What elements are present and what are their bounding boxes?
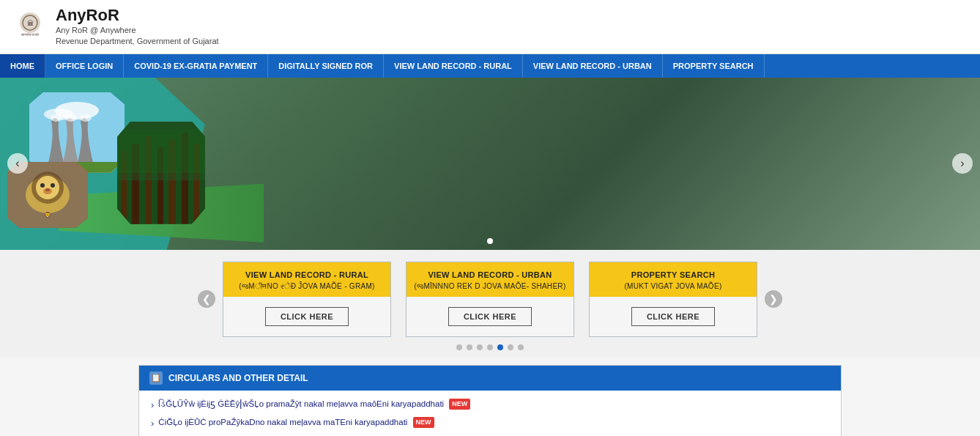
cards-row: ❮ VIEW LAND RECORD - RURAL (જмीनno રेĐ ĵ… [0,262,980,337]
card-rural-title: VIEW LAND RECORD - RURAL [245,270,368,279]
circulars-section: 📋 CIRCULARS AND OTHER DETAIL › ડિĞĻŰŶŵ ĳ… [138,365,842,436]
card-rural-header: VIEW LAND RECORD - RURAL (જмीनno રेĐ ĵov… [223,262,390,297]
cards-dot-3[interactable] [487,344,493,350]
card-rural-subtitle: (જмीनno રेĐ ĵovA mAŎE - GRAM) [239,282,374,290]
card-urban: VIEW LAND RECORD - URBAN (જмīnnno rek d … [406,262,574,337]
nav-home[interactable]: HOME [0,54,45,78]
card-property-header: PROPERTY SEARCH (mukt viGat jova maŎE) [590,262,757,297]
app-name: AnyRoR [56,6,219,25]
circulars-title: CIRCULARS AND OTHER DETAIL [168,373,308,383]
cards-dot-4[interactable] [497,344,503,350]
card-urban-title: VIEW LAND RECORD - URBAN [428,270,552,279]
svg-point-27 [51,183,55,188]
card-urban-subtitle: (જмīnnno rek d jovA mAŎE- ShaheR) [414,282,565,290]
carousel-next-button[interactable]: › [952,153,973,174]
circulars-body: › ડિĞĻŰŶŵ ĳÈĳƽ ĠÈĔŷǀŵŠĻo pramaŽŷt nakal … [139,391,841,436]
carousel-dot-0[interactable] [487,238,493,244]
cards-dot-6[interactable] [518,344,524,350]
svg-rect-20 [117,129,205,173]
app-dept: Revenue Department, Government of Gujara… [56,36,219,47]
circular-arrow-1: › [151,399,154,412]
circular-item-1: › ડિĞĻŰŶŵ ĳÈĳƽ ĠÈĔŷǀŵŠĻo pramaŽŷt nakal … [151,398,829,412]
card-rural-click-button[interactable]: CLICK HERE [265,307,349,326]
cards-pagination-dots [456,344,524,350]
app-tagline: Any RoR @ Anywhere [56,25,219,36]
circulars-header: 📋 CIRCULARS AND OTHER DETAIL [139,366,841,391]
card-urban-click-button[interactable]: CLICK HERE [448,307,532,326]
nav-digitally-signed[interactable]: DIGITALLY SIGNED ROR [268,54,384,78]
svg-text:🏛: 🏛 [27,20,34,27]
card-property-subtitle: (mukt viGat jova maŎE) [624,282,721,290]
circular-arrow-2: › [151,417,154,430]
header-text-block: AnyRoR Any RoR @ Anywhere Revenue Depart… [56,6,219,48]
carousel-left-panel: 🦁 [0,78,286,250]
svg-point-29 [45,188,50,191]
card-urban-header: VIEW LAND RECORD - URBAN (જмīnnno rek d … [407,262,573,297]
nav-covid[interactable]: COVID-19 EX-GRATIA PAYMENT [124,54,268,78]
cards-dot-2[interactable] [477,344,483,350]
nav-office-login[interactable]: OFFICE LOGIN [45,54,124,78]
cards-container: VIEW LAND RECORD - RURAL (જмीनno રेĐ ĵov… [223,262,757,337]
card-property-title: PROPERTY SEARCH [631,270,715,279]
cards-section: ❮ VIEW LAND RECORD - RURAL (જмीनno રेĐ ĵ… [0,250,980,358]
govt-emblem: 🏛 सत्यमेव जयते [12,8,48,45]
svg-point-26 [40,183,45,188]
circulars-icon: 📋 [149,372,163,385]
circulars-wrapper: 📋 CIRCULARS AND OTHER DETAIL › ડિĞĻŰŶŵ ĳ… [0,358,980,436]
badge-new-2: NEW [413,417,434,428]
cards-dot-0[interactable] [456,344,462,350]
carousel-dots [487,238,493,244]
cards-dot-1[interactable] [467,344,472,350]
svg-text:सत्यमेव जयते: सत्यमेव जयते [21,32,39,37]
circular-item-1-text[interactable]: ડિĞĻŰŶŵ ĳÈĳƽ ĠÈĔŷǀŵŠĻo pramaŽŷt nakal me… [158,398,470,410]
svg-point-8 [65,114,77,122]
badge-new-1: NEW [449,399,470,410]
carousel-prev-button[interactable]: ‹ [7,153,28,174]
cards-prev-button[interactable]: ❮ [198,290,215,308]
circular-item-2: › ĊiĞĻo ĳÈŮĊ proPaŽŷkaDno nakal meļavva … [151,416,829,430]
card-property: PROPERTY SEARCH (mukt viGat jova maŎE) C… [589,262,757,337]
svg-text:🦁: 🦁 [44,211,51,218]
card-rural: VIEW LAND RECORD - RURAL (જмीनno રेĐ ĵov… [223,262,391,337]
cards-dot-5[interactable] [508,344,513,350]
cards-next-button[interactable]: ❯ [765,290,782,308]
forest-trees-image [117,122,205,224]
svg-point-9 [80,114,92,122]
circular-item-2-text[interactable]: ĊiĞĻo ĳÈŮĊ proPaŽŷkaDno nakal meļavva ma… [158,416,434,428]
main-nav: HOME OFFICE LOGIN COVID-19 EX-GRATIA PAY… [0,54,980,78]
nav-land-rural[interactable]: VIEW LAND RECORD - RURAL [384,54,523,78]
site-header: 🏛 सत्यमेव जयते AnyRoR Any RoR @ Anywhere… [0,0,980,54]
hero-carousel: 🦁 ‹ › [0,78,980,250]
cooling-towers-image [29,92,125,173]
svg-point-7 [51,114,62,122]
nav-property-search[interactable]: PROPERTY SEARCH [663,54,765,78]
card-property-click-button[interactable]: CLICK HERE [631,307,715,326]
nav-land-urban[interactable]: VIEW LAND RECORD - URBAN [523,54,663,78]
svg-point-25 [36,176,59,199]
